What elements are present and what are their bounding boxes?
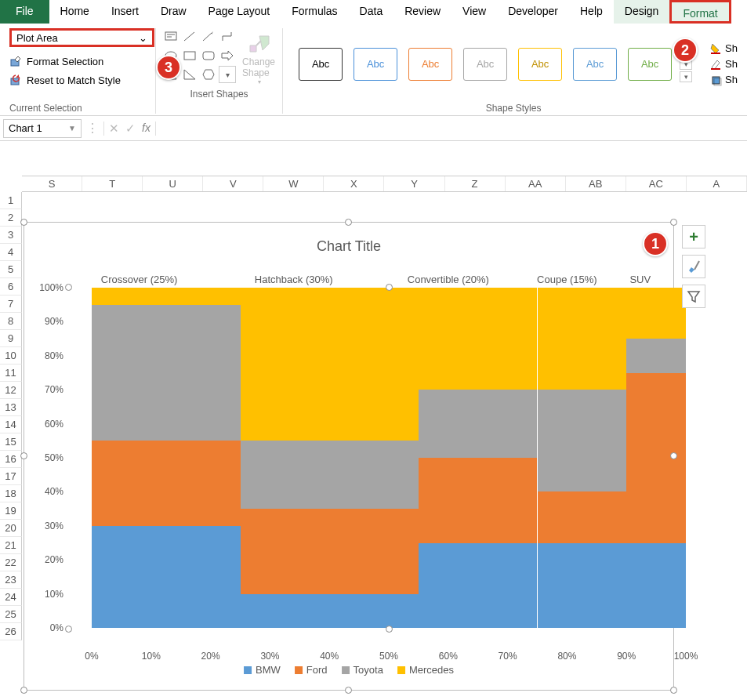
plot-area[interactable] [92,288,686,628]
shape-outline-button[interactable]: Sh [709,58,738,71]
row-header[interactable]: 26 [0,623,22,640]
data-segment[interactable] [419,390,538,458]
chart-title[interactable]: Chart Title [24,238,673,255]
resize-handle[interactable] [670,219,677,226]
row-header[interactable]: 3 [0,227,22,244]
row-header[interactable]: 15 [0,433,22,451]
plot-handle[interactable] [65,626,72,633]
column-header[interactable]: Z [445,176,506,191]
style-swatch-6[interactable]: Abc [573,48,617,81]
resize-handle[interactable] [20,687,27,694]
row-header[interactable]: 21 [0,537,22,554]
resize-handle[interactable] [20,219,27,226]
tab-page-layout[interactable]: Page Layout [198,0,281,24]
data-segment[interactable] [419,288,538,390]
data-segment[interactable] [626,543,686,629]
column-header[interactable]: S [22,176,82,191]
collapse-icon[interactable]: ⋮ [86,121,99,136]
data-segment[interactable] [626,339,686,372]
tab-insert[interactable]: Insert [100,0,150,24]
chart-object[interactable]: Chart Title Crossover (25%)Hatchback (30… [24,222,674,691]
reset-style-button[interactable]: Reset to Match Style [9,74,121,86]
data-segment[interactable] [626,288,686,339]
data-segment[interactable] [241,288,419,441]
resize-handle[interactable] [345,687,352,694]
data-segment[interactable] [538,390,627,491]
row-header[interactable]: 16 [0,451,22,468]
data-segment[interactable] [538,543,627,629]
column-header[interactable]: AA [506,176,566,191]
style-swatch-3[interactable]: Abc [408,48,452,81]
column-header[interactable]: U [143,176,203,191]
row-header[interactable]: 6 [0,278,22,296]
tab-data[interactable]: Data [349,0,394,24]
column-header[interactable]: X [324,176,384,191]
data-segment[interactable] [92,288,241,305]
data-segment[interactable] [538,491,627,542]
row-header[interactable]: 13 [0,399,22,416]
row-header[interactable]: 23 [0,571,22,589]
formula-input[interactable] [161,119,744,138]
row-header[interactable]: 2 [0,209,22,227]
tab-review[interactable]: Review [393,0,451,24]
data-segment[interactable] [92,526,241,628]
row-header[interactable]: 11 [0,365,22,382]
accept-icon[interactable]: ✓ [125,122,136,136]
column-header[interactable]: AC [626,176,687,191]
shapes-more-icon[interactable]: ▾ [219,66,236,83]
row-header[interactable]: 10 [0,347,22,365]
resize-handle[interactable] [20,452,27,459]
style-swatch-7[interactable]: Abc [628,48,672,81]
tab-home[interactable]: Home [49,0,100,24]
chart-element-dropdown[interactable]: Plot Area ⌄ [9,28,154,47]
row-header[interactable]: 9 [0,330,22,347]
row-header[interactable]: 7 [0,296,22,313]
row-header[interactable]: 19 [0,502,22,520]
data-segment[interactable] [241,594,419,628]
legend-item[interactable]: Ford [295,664,328,676]
tab-design[interactable]: Design [614,0,670,24]
style-swatch-4[interactable]: Abc [463,48,507,81]
column-header[interactable]: W [263,176,324,191]
column-header[interactable]: T [82,176,143,191]
shape-effects-button[interactable]: Sh [709,74,738,86]
fx-icon[interactable]: fx [142,122,150,136]
tab-help[interactable]: Help [569,0,614,24]
tab-formulas[interactable]: Formulas [281,0,348,24]
plot-handle[interactable] [386,284,393,291]
plot-handle[interactable] [65,284,72,291]
row-header[interactable]: 18 [0,485,22,502]
chart-styles-button[interactable] [682,255,705,278]
style-swatch-5[interactable]: Abc [518,48,562,81]
tab-format[interactable]: Format [669,0,731,24]
row-header[interactable]: 17 [0,468,22,485]
resize-handle[interactable] [670,452,677,459]
style-swatch-1[interactable]: Abc [299,48,343,81]
legend-item[interactable]: Mercedes [397,664,454,676]
name-box[interactable]: Chart 1 ▼ [3,119,82,138]
data-segment[interactable] [92,305,241,441]
data-segment[interactable] [241,509,419,594]
legend-item[interactable]: Toyota [342,664,383,676]
row-header[interactable]: 20 [0,520,22,537]
row-header[interactable]: 14 [0,416,22,433]
format-selection-button[interactable]: Format Selection [9,55,103,67]
data-segment[interactable] [419,458,538,543]
tab-view[interactable]: View [451,0,497,24]
data-segment[interactable] [538,288,627,390]
gallery-more-icon[interactable]: ▾ [680,71,692,82]
row-header[interactable]: 22 [0,554,22,571]
row-header[interactable]: 12 [0,382,22,399]
row-header[interactable]: 8 [0,313,22,330]
row-header[interactable]: 1 [0,192,22,209]
legend-item[interactable]: BMW [244,664,281,676]
tab-file[interactable]: File [0,0,49,24]
row-header[interactable]: 24 [0,589,22,606]
legend[interactable]: BMWFordToyotaMercedes [244,664,454,676]
data-segment[interactable] [241,441,419,509]
data-segment[interactable] [626,373,686,543]
resize-handle[interactable] [670,687,677,694]
chart-filter-button[interactable] [682,285,705,308]
tab-draw[interactable]: Draw [150,0,198,24]
tab-developer[interactable]: Developer [497,0,569,24]
